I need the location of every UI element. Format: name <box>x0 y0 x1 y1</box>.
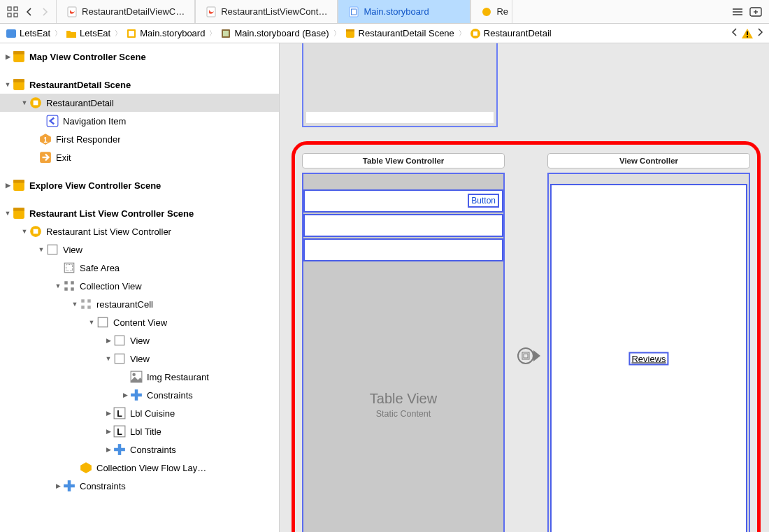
table-cell[interactable]: Button <box>303 189 503 213</box>
chevron-right-icon: 〉 <box>115 29 122 38</box>
node-label: restaurantCell <box>96 299 153 310</box>
swift-file-icon <box>66 6 78 17</box>
view-node-a[interactable]: ▶ View <box>0 331 279 350</box>
tab-main-storyboard[interactable]: Main.storyboard <box>338 0 470 23</box>
crumb-folder[interactable]: LetsEat <box>66 28 110 39</box>
issue-prev-icon[interactable] <box>731 28 738 38</box>
img-node[interactable]: Img Restaurant <box>0 368 279 386</box>
constraints-icon <box>113 443 126 456</box>
folder-icon <box>66 28 77 39</box>
disclosure-icon[interactable]: ▼ <box>36 246 46 253</box>
node-label: Constraints <box>80 481 126 491</box>
disclosure-icon[interactable]: ▼ <box>103 355 113 362</box>
node-label: Navigation Item <box>63 116 126 127</box>
table-cell[interactable] <box>303 238 503 261</box>
svg-rect-24 <box>747 31 748 35</box>
disclosure-icon[interactable]: ▶ <box>103 446 113 453</box>
cell-icon <box>80 298 92 310</box>
collection-view-node[interactable]: ▼ Collection View <box>0 277 279 295</box>
disclosure-icon[interactable]: ▶ <box>3 182 13 189</box>
constraints-node-b[interactable]: ▶ Constraints <box>0 440 279 459</box>
view-controller-view[interactable]: Reviews <box>547 173 750 532</box>
exit-icon <box>39 151 52 164</box>
tab-partial[interactable]: Re <box>470 0 512 23</box>
reviews-label[interactable]: Reviews <box>628 352 668 366</box>
view-controller-frame[interactable]: View Controller Reviews <box>547 153 750 532</box>
node-label: Img Restaurant <box>147 372 209 382</box>
segue-arrow[interactable] <box>517 347 542 364</box>
constraints-node-a[interactable]: ▶ Constraints <box>0 386 279 404</box>
scene-node-map[interactable]: ▶ Map View Controller Scene <box>0 48 279 66</box>
disclosure-icon[interactable]: ▼ <box>20 99 29 106</box>
disclosure-icon[interactable]: ▼ <box>53 282 63 289</box>
scene-icon <box>13 78 25 91</box>
svg-rect-21 <box>346 29 354 31</box>
flow-layout-node[interactable]: Collection View Flow Lay… <box>0 459 279 477</box>
cell-node[interactable]: ▼ restaurantCell <box>0 295 279 313</box>
warning-icon[interactable] <box>741 28 754 39</box>
vc-title-bar[interactable]: Table View Controller <box>302 153 505 168</box>
svg-rect-1 <box>14 7 17 10</box>
disclosure-icon[interactable]: ▼ <box>70 301 80 308</box>
first-responder-node[interactable]: ▶ 1 First Responder <box>0 130 279 148</box>
table-view-controller-frame[interactable]: Table View Controller Button Table View … <box>302 153 505 532</box>
crumb-scene[interactable]: RestaurantDetail Scene <box>345 28 454 39</box>
vc-node-list[interactable]: ▼ Restaurant List View Controller <box>0 222 279 240</box>
tab-restaurant-list-vc[interactable]: RestaurantListViewCont… <box>195 0 338 23</box>
scene-icon <box>13 50 25 63</box>
nav-item-node[interactable]: Navigation Item <box>0 112 279 130</box>
nav-back-icon[interactable] <box>25 7 34 17</box>
lbl-title-node[interactable]: ▶ L Lbl Title <box>0 422 279 440</box>
vc-title-bar[interactable]: View Controller <box>547 153 750 168</box>
crumb-vc[interactable]: RestaurantDetail <box>470 28 552 39</box>
storyboard-icon <box>126 28 137 39</box>
content-view[interactable]: Reviews <box>550 184 747 532</box>
tab-label: Re <box>496 6 508 17</box>
cell-button[interactable]: Button <box>468 194 499 208</box>
crumb-storyboard[interactable]: Main.storyboard <box>126 28 205 39</box>
document-outline[interactable]: ▶ Map View Controller Scene ▼ Restaurant… <box>0 43 280 532</box>
view-node[interactable]: ▼ View <box>0 240 279 259</box>
tab-right-controls <box>724 0 769 23</box>
add-editor-icon[interactable] <box>749 7 762 17</box>
vc-title-label: View Controller <box>619 157 678 165</box>
node-label: RestaurantDetail Scene <box>29 80 131 90</box>
svg-rect-6 <box>350 7 358 17</box>
crumb-base[interactable]: Main.storyboard (Base) <box>220 28 329 39</box>
disclosure-icon[interactable]: ▶ <box>103 410 113 417</box>
disclosure-icon[interactable]: ▶ <box>120 391 130 398</box>
exit-node[interactable]: ▶ Exit <box>0 148 279 166</box>
disclosure-icon[interactable]: ▶ <box>3 53 13 60</box>
table-cell[interactable] <box>303 214 503 237</box>
constraints-node-c[interactable]: ▶ Constraints <box>0 477 279 495</box>
disclosure-icon[interactable]: ▼ <box>87 319 96 326</box>
disclosure-icon[interactable]: ▼ <box>3 81 13 88</box>
crumb-project[interactable]: LetsEat <box>6 28 50 39</box>
disclosure-icon[interactable]: ▶ <box>53 482 63 489</box>
nav-forward-icon[interactable] <box>41 7 49 17</box>
node-label: Collection View <box>80 281 142 292</box>
scene-node-detail[interactable]: ▼ RestaurantDetail Scene <box>0 76 279 94</box>
disclosure-icon[interactable]: ▼ <box>20 228 29 235</box>
disclosure-icon[interactable]: ▶ <box>103 337 113 344</box>
ib-canvas[interactable]: Table View Controller Button Table View … <box>280 43 769 532</box>
vc-node-detail[interactable]: ▼ RestaurantDetail <box>0 94 279 112</box>
disclosure-icon[interactable]: ▶ <box>103 428 113 435</box>
lbl-cuisine-node[interactable]: ▶ L Lbl Cuisine <box>0 404 279 422</box>
related-items-icon[interactable] <box>7 6 18 17</box>
content-view-node[interactable]: ▼ Content View <box>0 313 279 331</box>
safe-area-node[interactable]: Safe Area <box>0 259 279 277</box>
disclosure-icon[interactable]: ▼ <box>3 210 13 217</box>
nav-item-icon <box>46 115 59 127</box>
tab-restaurant-detail-vc[interactable]: RestaurantDetailViewC… <box>56 0 195 23</box>
issue-next-icon[interactable] <box>756 28 763 38</box>
partial-vc-above[interactable] <box>302 43 498 127</box>
view-node-b[interactable]: ▼ View <box>0 350 279 368</box>
scene-node-explore[interactable]: ▶ Explore View Controller Scene <box>0 176 279 194</box>
node-label: View <box>130 354 150 364</box>
adjust-editor-icon[interactable] <box>731 7 744 17</box>
table-view[interactable]: Button Table View Static Content <box>302 173 505 532</box>
svg-rect-44 <box>64 281 68 285</box>
scene-node-list[interactable]: ▼ Restaurant List View Controller Scene <box>0 204 279 222</box>
svg-rect-27 <box>13 51 24 55</box>
